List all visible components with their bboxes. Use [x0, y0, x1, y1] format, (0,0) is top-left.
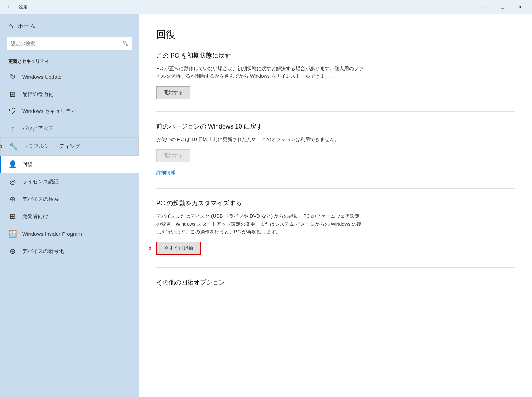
reset-pc-button[interactable]: 開始する — [156, 86, 190, 99]
sidebar-item-wrapper-security: 🛡 Windows セキュリティ — [0, 103, 139, 120]
sidebar-section-title: 更新とセキュリティ — [0, 56, 139, 68]
sidebar-item-wrapper-backup: ↑ バックアップ — [0, 120, 139, 137]
sidebar-item-wrapper-license: ◎ ライセンス認証 — [0, 173, 139, 190]
sidebar-item-encryption[interactable]: ⊕ デバイスの暗号化 — [0, 242, 139, 260]
main-container: ⌂ ホーム 🔍 更新とセキュリティ ↻ Windows Update ⊞ 配信の… — [0, 14, 532, 397]
sidebar-search-container: 🔍 — [0, 37, 139, 56]
sidebar-item-label-backup: バックアップ — [22, 125, 53, 132]
windows-update-icon: ↻ — [8, 73, 17, 81]
sidebar-item-label-insider: Windows Insider Program — [22, 231, 82, 237]
sidebar-item-label-recovery: 回復 — [22, 161, 33, 168]
sidebar-item-wrapper-device-find: ⊕ デバイスの検索 — [0, 190, 139, 208]
sidebar-item-windows-update[interactable]: ↻ Windows Update — [0, 68, 139, 85]
sidebar-home[interactable]: ⌂ ホーム — [0, 14, 139, 37]
go-back-section: 前のバージョンの Windows 10 に戻す お使いの PC は 10 日以上… — [156, 122, 515, 176]
sidebar-search-box[interactable]: 🔍 — [7, 37, 132, 50]
divider-1 — [156, 111, 515, 112]
detail-info-link[interactable]: 詳細情報 — [156, 169, 176, 176]
back-button[interactable]: ← — [4, 3, 15, 11]
search-icon: 🔍 — [122, 41, 128, 46]
sidebar-item-label-windows-update: Windows Update — [22, 74, 61, 80]
sidebar-item-wrapper-insider: 🪟 Windows Insider Program — [0, 225, 139, 242]
sidebar-item-license[interactable]: ◎ ライセンス認証 — [0, 173, 139, 190]
title-bar-title: 設定 — [19, 4, 28, 10]
go-back-title: 前のバージョンの Windows 10 に戻す — [156, 122, 515, 131]
other-options-title: その他の回復オプション — [156, 278, 515, 287]
content-area: 回復 この PC を初期状態に戻す PC が正常に動作していない場合は、初期状態… — [139, 14, 532, 397]
sidebar-item-wrapper-troubleshoot: 1 🔧 トラブルシューティング — [0, 137, 139, 156]
title-bar-controls: ─ □ ✕ — [477, 1, 528, 13]
sidebar-item-wrapper-windows-update: ↻ Windows Update — [0, 68, 139, 85]
insider-icon: 🪟 — [8, 230, 17, 238]
sidebar-item-troubleshoot[interactable]: 🔧 トラブルシューティング — [0, 137, 139, 156]
page-title: 回復 — [156, 28, 515, 41]
reset-pc-description: PC が正常に動作していない場合は、初期状態に戻すと解決する場合があります。個人… — [156, 65, 365, 80]
restart-now-button[interactable]: 今すぐ再起動 — [156, 242, 201, 255]
recovery-icon: 👤 — [8, 160, 17, 168]
reset-pc-section: この PC を初期状態に戻す PC が正常に動作していない場合は、初期状態に戻す… — [156, 51, 515, 99]
restart-button-wrapper: 2 今すぐ再起動 — [156, 242, 201, 255]
sidebar-item-wrapper-encryption: ⊕ デバイスの暗号化 — [0, 242, 139, 260]
sidebar-item-wrapper-delivery: ⊞ 配信の最適化 — [0, 85, 139, 103]
sidebar-item-backup[interactable]: ↑ バックアップ — [0, 120, 139, 137]
license-icon: ◎ — [8, 177, 17, 186]
divider-2 — [156, 188, 515, 189]
sidebar-item-label-delivery: 配信の最適化 — [22, 91, 53, 98]
go-back-button[interactable]: 開始する — [156, 149, 190, 162]
close-button[interactable]: ✕ — [512, 1, 528, 13]
title-bar-left: ← 設定 — [4, 3, 28, 11]
startup-section: PC の起動をカスタマイズする デバイスまたはディスク (USB ドライブや D… — [156, 199, 515, 255]
sidebar-item-delivery[interactable]: ⊞ 配信の最適化 — [0, 85, 139, 103]
search-input[interactable] — [11, 41, 119, 46]
sidebar-item-wrapper-recovery: 👤 回復 — [0, 156, 139, 173]
security-icon: 🛡 — [8, 107, 17, 115]
sidebar-item-device-find[interactable]: ⊕ デバイスの検索 — [0, 190, 139, 208]
troubleshoot-icon: 🔧 — [9, 142, 17, 150]
startup-title: PC の起動をカスタマイズする — [156, 199, 515, 207]
sidebar-item-wrapper-developer: ⊞ 開発者向け — [0, 208, 139, 225]
startup-description: デバイスまたはディスク (USB ドライブや DVD など) からの起動、PC … — [156, 212, 365, 235]
title-bar: ← 設定 ─ □ ✕ — [0, 0, 532, 14]
sidebar-item-developer[interactable]: ⊞ 開発者向け — [0, 208, 139, 225]
home-icon: ⌂ — [8, 22, 13, 31]
other-options-section: その他の回復オプション — [156, 278, 515, 287]
home-label: ホーム — [18, 22, 35, 30]
sidebar-item-recovery[interactable]: 👤 回復 — [0, 156, 139, 173]
sidebar: ⌂ ホーム 🔍 更新とセキュリティ ↻ Windows Update ⊞ 配信の… — [0, 14, 139, 397]
sidebar-item-label-encryption: デバイスの暗号化 — [22, 248, 64, 255]
go-back-description: お使いの PC は 10 日以上前に更新されたため、このオプションは利用できませ… — [156, 135, 365, 143]
divider-3 — [156, 267, 515, 268]
sidebar-item-security[interactable]: 🛡 Windows セキュリティ — [0, 103, 139, 120]
delivery-icon: ⊞ — [8, 90, 17, 98]
device-find-icon: ⊕ — [8, 195, 17, 203]
sidebar-item-insider[interactable]: 🪟 Windows Insider Program — [0, 225, 139, 242]
sidebar-item-label-license: ライセンス認証 — [22, 179, 59, 185]
developer-icon: ⊞ — [8, 212, 17, 221]
sidebar-item-label-device-find: デバイスの検索 — [22, 196, 59, 202]
backup-icon: ↑ — [8, 124, 17, 132]
maximize-button[interactable]: □ — [494, 1, 510, 13]
minimize-button[interactable]: ─ — [477, 1, 493, 13]
annotation-2: 2 — [149, 246, 151, 251]
sidebar-item-label-security: Windows セキュリティ — [22, 108, 76, 115]
sidebar-item-label-developer: 開発者向け — [22, 213, 48, 220]
encryption-icon: ⊕ — [8, 247, 17, 255]
reset-pc-title: この PC を初期状態に戻す — [156, 51, 515, 60]
sidebar-item-label-troubleshoot: トラブルシューティング — [23, 143, 80, 150]
